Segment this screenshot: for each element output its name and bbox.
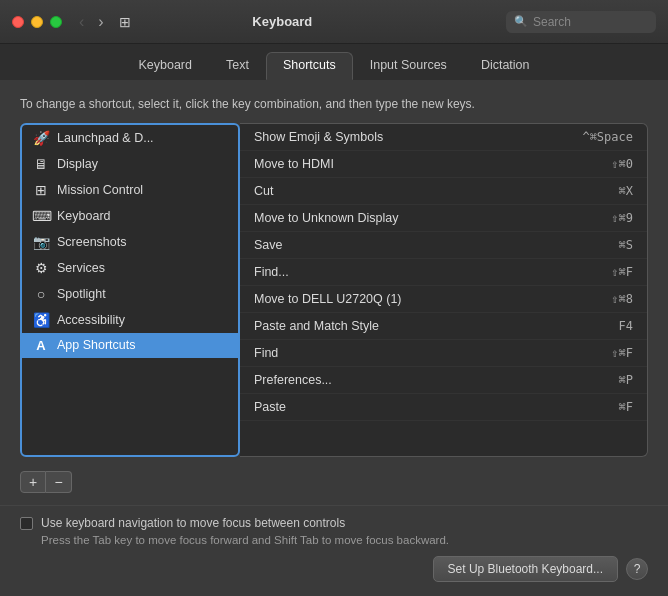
sidebar-item-services[interactable]: ⚙ Services	[22, 255, 238, 281]
shortcut-keys: F4	[619, 319, 633, 333]
shortcut-keys: ⌘F	[619, 400, 633, 414]
close-button[interactable]	[12, 16, 24, 28]
shortcut-keys: ⇧⌘F	[611, 265, 633, 279]
tab-shortcuts[interactable]: Shortcuts	[266, 52, 353, 80]
shortcut-name: Cut	[254, 184, 273, 198]
table-row[interactable]: Preferences... ⌘P	[240, 367, 647, 394]
main-content: To change a shortcut, select it, click t…	[0, 80, 668, 505]
shortcut-keys: ⌘S	[619, 238, 633, 252]
sidebar-item-keyboard[interactable]: ⌨ Keyboard	[22, 203, 238, 229]
tab-text[interactable]: Text	[209, 52, 266, 80]
titlebar: ‹ › ⊞ Keyboard 🔍	[0, 0, 668, 44]
shortcut-name: Find...	[254, 265, 289, 279]
tab-dictation[interactable]: Dictation	[464, 52, 547, 80]
sidebar-item-label: Keyboard	[57, 209, 111, 223]
sidebar-item-launchpad[interactable]: 🚀 Launchpad & D...	[22, 125, 238, 151]
mission-control-icon: ⊞	[32, 182, 50, 198]
sidebar-item-label: Launchpad & D...	[57, 131, 154, 145]
sidebar-item-label: Mission Control	[57, 183, 143, 197]
keyboard-nav-label: Use keyboard navigation to move focus be…	[41, 516, 345, 530]
minimize-button[interactable]	[31, 16, 43, 28]
sidebar-item-app-shortcuts[interactable]: A App Shortcuts	[22, 333, 238, 358]
accessibility-icon: ♿	[32, 312, 50, 328]
shortcut-keys: ^⌘Space	[582, 130, 633, 144]
table-row[interactable]: Paste ⌘F	[240, 394, 647, 421]
shortcut-name: Show Emoji & Symbols	[254, 130, 383, 144]
table-row[interactable]: Move to Unknown Display ⇧⌘9	[240, 205, 647, 232]
screenshots-icon: 📷	[32, 234, 50, 250]
shortcut-name: Move to Unknown Display	[254, 211, 399, 225]
table-row[interactable]: Find ⇧⌘F	[240, 340, 647, 367]
spotlight-icon: ○	[32, 286, 50, 302]
services-icon: ⚙	[32, 260, 50, 276]
keyboard-nav-hint: Press the Tab key to move focus forward …	[41, 534, 648, 546]
shortcut-name: Move to DELL U2720Q (1)	[254, 292, 402, 306]
panel-controls: + −	[20, 471, 240, 493]
shortcut-name: Move to HDMI	[254, 157, 334, 171]
sidebar-panel: 🚀 Launchpad & D... 🖥 Display ⊞ Mission C…	[20, 123, 240, 457]
table-row[interactable]: Save ⌘S	[240, 232, 647, 259]
table-row[interactable]: Cut ⌘X	[240, 178, 647, 205]
tab-keyboard[interactable]: Keyboard	[121, 52, 209, 80]
shortcut-name: Preferences...	[254, 373, 332, 387]
shortcut-keys: ⇧⌘F	[611, 346, 633, 360]
search-bar: 🔍	[506, 11, 656, 33]
sidebar-item-label: Accessibility	[57, 313, 125, 327]
remove-shortcut-button[interactable]: −	[46, 471, 72, 493]
shortcut-name: Paste	[254, 400, 286, 414]
sidebar-item-accessibility[interactable]: ♿ Accessibility	[22, 307, 238, 333]
sidebar-item-label: Screenshots	[57, 235, 126, 249]
sidebar-item-label: Services	[57, 261, 105, 275]
shortcut-name: Paste and Match Style	[254, 319, 379, 333]
launchpad-icon: 🚀	[32, 130, 50, 146]
shortcut-name: Find	[254, 346, 278, 360]
keyboard-icon: ⌨	[32, 208, 50, 224]
sidebar-item-label: App Shortcuts	[57, 338, 136, 352]
shortcut-keys: ⇧⌘0	[611, 157, 633, 171]
search-input[interactable]	[533, 15, 648, 29]
shortcut-keys: ⇧⌘9	[611, 211, 633, 225]
bottom-area: Use keyboard navigation to move focus be…	[0, 505, 668, 596]
table-row[interactable]: Paste and Match Style F4	[240, 313, 647, 340]
shortcut-keys: ⌘X	[619, 184, 633, 198]
table-row[interactable]: Move to DELL U2720Q (1) ⇧⌘8	[240, 286, 647, 313]
keyboard-nav-row: Use keyboard navigation to move focus be…	[20, 516, 648, 530]
sidebar-item-display[interactable]: 🖥 Display	[22, 151, 238, 177]
instruction-text: To change a shortcut, select it, click t…	[20, 96, 648, 113]
tab-input-sources[interactable]: Input Sources	[353, 52, 464, 80]
sidebar-item-screenshots[interactable]: 📷 Screenshots	[22, 229, 238, 255]
table-row[interactable]: Move to HDMI ⇧⌘0	[240, 151, 647, 178]
shortcuts-panel: Show Emoji & Symbols ^⌘Space Move to HDM…	[240, 123, 648, 457]
display-icon: 🖥	[32, 156, 50, 172]
table-row[interactable]: Find... ⇧⌘F	[240, 259, 647, 286]
sidebar-item-spotlight[interactable]: ○ Spotlight	[22, 281, 238, 307]
add-shortcut-button[interactable]: +	[20, 471, 46, 493]
sidebar-item-mission-control[interactable]: ⊞ Mission Control	[22, 177, 238, 203]
shortcut-keys: ⌘P	[619, 373, 633, 387]
sidebar-item-label: Spotlight	[57, 287, 106, 301]
table-row[interactable]: Show Emoji & Symbols ^⌘Space	[240, 124, 647, 151]
bottom-buttons: Set Up Bluetooth Keyboard... ?	[20, 556, 648, 582]
setup-bluetooth-button[interactable]: Set Up Bluetooth Keyboard...	[433, 556, 618, 582]
shortcut-keys: ⇧⌘8	[611, 292, 633, 306]
search-icon: 🔍	[514, 15, 528, 28]
help-button[interactable]: ?	[626, 558, 648, 580]
sidebar-item-label: Display	[57, 157, 98, 171]
traffic-lights	[12, 16, 62, 28]
tabbar: Keyboard Text Shortcuts Input Sources Di…	[0, 44, 668, 80]
window-title: Keyboard	[59, 14, 506, 29]
app-shortcuts-icon: A	[32, 338, 50, 353]
panels-row: 🚀 Launchpad & D... 🖥 Display ⊞ Mission C…	[20, 123, 648, 457]
shortcut-name: Save	[254, 238, 283, 252]
keyboard-nav-checkbox[interactable]	[20, 517, 33, 530]
